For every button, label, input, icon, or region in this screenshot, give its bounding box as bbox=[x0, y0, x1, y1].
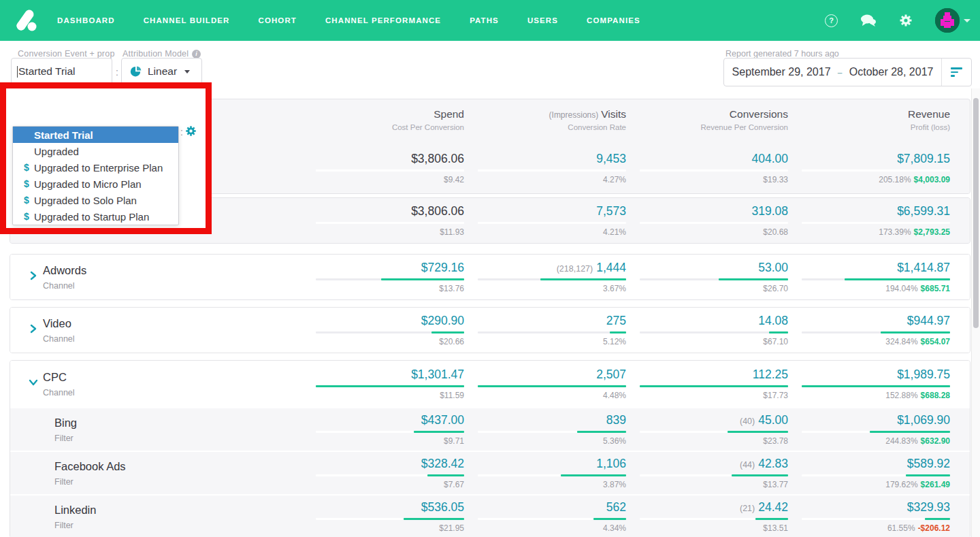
app-logo-icon[interactable] bbox=[11, 5, 42, 36]
event-menu-item-upgraded[interactable]: Upgraded bbox=[13, 143, 178, 159]
event-menu-item-upgraded-to-startup-plan[interactable]: $Upgraded to Startup Plan bbox=[13, 208, 178, 225]
revenue-value[interactable]: $1,989.75 bbox=[897, 368, 950, 382]
row-title[interactable]: Facebook Ads bbox=[54, 460, 302, 473]
date-range-start: September 29, 2017 bbox=[732, 66, 831, 78]
revenue-value[interactable]: $329.93 bbox=[907, 500, 950, 515]
chevron-down-icon bbox=[964, 19, 970, 22]
visits-value[interactable]: 275 bbox=[606, 314, 626, 328]
nav-item-cohort[interactable]: COHORT bbox=[258, 16, 296, 25]
report-generated-label: Report generated 7 hours ago bbox=[725, 49, 839, 59]
visits-value[interactable]: 839 bbox=[606, 413, 626, 427]
date-filter-icon[interactable] bbox=[941, 59, 971, 86]
nav-item-dashboard[interactable]: DASHBOARD bbox=[57, 16, 115, 25]
conversions-value[interactable]: (40)45.00 bbox=[740, 413, 788, 427]
conversions-value[interactable]: (44)42.83 bbox=[740, 457, 788, 471]
revenue-value[interactable]: $6,599.31 bbox=[897, 204, 950, 218]
chevron-right-icon[interactable] bbox=[29, 324, 37, 336]
revenue-bar-track bbox=[802, 278, 950, 280]
revenue-bar-fill bbox=[906, 474, 950, 476]
date-range-picker[interactable]: September 29, 2017 – October 28, 2017 bbox=[723, 58, 972, 86]
visits-sub-value: 3.67% bbox=[603, 284, 626, 293]
column-header-spend[interactable]: SpendCost Per Conversion bbox=[302, 108, 464, 131]
conversions-value[interactable]: (21)24.42 bbox=[740, 500, 788, 515]
nav-item-users[interactable]: USERS bbox=[527, 16, 558, 25]
column-header-conversions[interactable]: ConversionsRevenue Per Conversion bbox=[626, 108, 788, 131]
visits-value[interactable]: 7,573 bbox=[596, 204, 626, 218]
visits-value[interactable]: 1,106 bbox=[596, 457, 626, 471]
visits-value[interactable]: 2,507 bbox=[596, 368, 626, 382]
event-menu-item-upgraded-to-enterprise-plan[interactable]: $Upgraded to Enterprise Plan bbox=[13, 159, 178, 176]
row-title[interactable]: CPC bbox=[43, 371, 302, 384]
facebook-visits-cell: 1,1063.87% bbox=[464, 457, 626, 489]
visits-value[interactable]: 562 bbox=[606, 500, 626, 515]
event-menu-item-upgraded-to-solo-plan[interactable]: $Upgraded to Solo Plan bbox=[13, 192, 178, 208]
column-header-revenue[interactable]: RevenueProfit (loss) bbox=[788, 108, 950, 131]
nav-item-channel-builder[interactable]: CHANNEL BUILDER bbox=[144, 16, 230, 25]
pie-chart-icon bbox=[130, 66, 142, 78]
spend-bar-track bbox=[316, 278, 464, 280]
nav-item-paths[interactable]: PATHS bbox=[470, 16, 499, 25]
row-title[interactable]: Adwords bbox=[43, 264, 302, 277]
visits-value-prefix: (218,127) bbox=[557, 264, 593, 274]
revenue-sub-value: 61.55%-$206.12 bbox=[887, 523, 950, 533]
column-header-visits[interactable]: (Impressions)VisitsConversion Rate bbox=[464, 108, 626, 131]
chevron-right-icon[interactable] bbox=[29, 271, 37, 283]
avatar[interactable] bbox=[935, 8, 960, 33]
total-visits-cell: 9,4534.27% bbox=[464, 152, 626, 184]
spend-value[interactable]: $1,301.47 bbox=[411, 368, 464, 382]
attribution-model-dropdown[interactable]: Linear bbox=[121, 58, 202, 85]
conversion-event-label: Conversion Event + prop bbox=[18, 49, 115, 59]
revenue-value[interactable]: $7,809.15 bbox=[897, 152, 950, 166]
row-title[interactable]: Video bbox=[43, 317, 302, 330]
info-icon[interactable]: i bbox=[192, 50, 201, 59]
visits-bar-fill bbox=[540, 278, 626, 280]
spend-value[interactable]: $290.90 bbox=[421, 314, 464, 328]
conversions-sub-value: $19.33 bbox=[763, 175, 788, 184]
conversion-event-input[interactable]: Started Trial bbox=[11, 58, 112, 85]
event-menu-item-upgraded-to-micro-plan[interactable]: $Upgraded to Micro Plan bbox=[13, 176, 178, 192]
revenue-sub-value: 152.88%$688.28 bbox=[885, 391, 950, 400]
visits-sub-value: 5.12% bbox=[603, 337, 626, 346]
help-icon[interactable]: ? bbox=[825, 14, 838, 27]
settings-gear-icon[interactable] bbox=[899, 14, 913, 27]
conversions-value[interactable]: 112.25 bbox=[753, 368, 788, 382]
profit-value: $654.07 bbox=[921, 337, 950, 346]
column-subtitle: Cost Per Conversion bbox=[302, 123, 464, 131]
user-menu[interactable] bbox=[935, 8, 970, 33]
conversions-value[interactable]: 53.00 bbox=[758, 261, 788, 275]
spend-value[interactable]: $328.42 bbox=[421, 457, 464, 471]
row-title[interactable]: Linkedin bbox=[54, 504, 302, 517]
scrollbar-thumb[interactable] bbox=[973, 98, 979, 328]
conversions-value-prefix: (44) bbox=[740, 460, 755, 470]
visits-bar-fill bbox=[561, 474, 626, 476]
revenue-value[interactable]: $944.97 bbox=[907, 314, 950, 328]
adwords-visits-cell: (218,127)1,4443.67% bbox=[464, 261, 626, 293]
conversions-value[interactable]: 404.00 bbox=[751, 152, 788, 166]
event-settings-gear-icon[interactable] bbox=[185, 125, 197, 140]
chat-icon[interactable] bbox=[860, 14, 877, 27]
conversions-value[interactable]: 319.08 bbox=[751, 204, 788, 218]
spend-value[interactable]: $536.05 bbox=[421, 500, 464, 515]
date-range-end: October 28, 2017 bbox=[849, 66, 934, 78]
paid-spend-cell: $3,806.06$11.93 bbox=[302, 204, 464, 237]
scrollbar-track[interactable] bbox=[971, 88, 980, 537]
dollar-icon: $ bbox=[24, 178, 34, 189]
visits-value[interactable]: 9,453 bbox=[596, 152, 626, 166]
row-title[interactable]: Bing bbox=[54, 417, 302, 429]
spend-value[interactable]: $437.00 bbox=[421, 413, 464, 427]
spend-value[interactable]: $729.16 bbox=[421, 261, 464, 275]
bing-revenue-cell: $1,069.90244.83%$632.90 bbox=[788, 413, 950, 446]
revenue-value[interactable]: $1,069.90 bbox=[897, 413, 950, 427]
revenue-value[interactable]: $1,414.87 bbox=[897, 261, 950, 275]
nav-item-channel-performance[interactable]: CHANNEL PERFORMANCE bbox=[325, 16, 441, 25]
video-visits-cell: 2755.12% bbox=[464, 314, 626, 346]
event-menu-item-started-trial[interactable]: Started Trial bbox=[13, 127, 178, 143]
chevron-down-icon[interactable] bbox=[29, 378, 37, 390]
revenue-bar-track bbox=[802, 431, 950, 433]
conversions-value[interactable]: 14.08 bbox=[758, 314, 788, 328]
spend-sub-value: $9.42 bbox=[444, 175, 464, 184]
revenue-bar-fill bbox=[925, 518, 950, 520]
nav-item-companies[interactable]: COMPANIES bbox=[587, 16, 640, 25]
visits-value[interactable]: (218,127)1,444 bbox=[557, 261, 626, 275]
revenue-value[interactable]: $589.92 bbox=[907, 457, 950, 471]
